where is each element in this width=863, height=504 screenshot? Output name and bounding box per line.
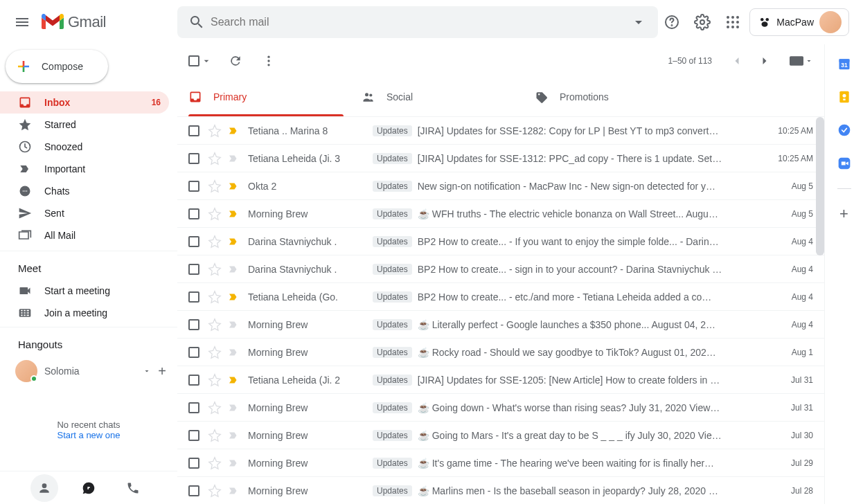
start-meeting-button[interactable]: Start a meeting bbox=[0, 280, 177, 302]
next-page-button[interactable] bbox=[754, 50, 776, 72]
email-checkbox[interactable] bbox=[188, 236, 199, 247]
email-row[interactable]: Morning Brew Updates ☕Rocky road - Shoul… bbox=[177, 339, 824, 366]
search-input[interactable] bbox=[211, 16, 625, 28]
important-button[interactable] bbox=[227, 429, 240, 442]
email-row[interactable]: Morning Brew Updates ☕WFH truths - The e… bbox=[177, 200, 824, 228]
important-button[interactable] bbox=[227, 291, 240, 303]
star-button[interactable] bbox=[208, 456, 222, 470]
important-button[interactable] bbox=[227, 318, 240, 331]
important-button[interactable] bbox=[227, 346, 240, 359]
star-button[interactable] bbox=[208, 401, 222, 415]
email-checkbox[interactable] bbox=[188, 458, 199, 469]
email-checkbox[interactable] bbox=[188, 402, 199, 413]
support-button[interactable] bbox=[658, 8, 686, 36]
select-all-checkbox[interactable] bbox=[188, 55, 199, 66]
email-row[interactable]: Morning Brew Updates ☕Literally perfect … bbox=[177, 311, 824, 339]
tasks-app-button[interactable] bbox=[836, 122, 853, 138]
select-all-control[interactable] bbox=[188, 55, 212, 66]
search-options-button[interactable] bbox=[625, 8, 652, 36]
sidebar-item-important[interactable]: Important bbox=[0, 158, 169, 180]
email-checkbox[interactable] bbox=[188, 208, 199, 219]
organization-badge[interactable]: MacPaw bbox=[749, 8, 849, 36]
add-app-button[interactable]: + bbox=[836, 206, 853, 222]
input-tools-button[interactable] bbox=[790, 56, 813, 66]
sidebar-item-chats[interactable]: Chats bbox=[0, 180, 169, 202]
calendar-app-button[interactable]: 31 bbox=[836, 55, 853, 72]
email-row[interactable]: Tetiana .. Marina 8 Updates [JIRA] Updat… bbox=[177, 117, 824, 145]
new-chat-button[interactable]: + bbox=[158, 363, 166, 379]
important-button[interactable] bbox=[227, 125, 240, 137]
star-button[interactable] bbox=[208, 318, 222, 332]
settings-button[interactable] bbox=[688, 8, 716, 36]
sidebar-item-inbox[interactable]: Inbox16 bbox=[0, 91, 169, 114]
search-button[interactable] bbox=[183, 8, 211, 36]
apps-button[interactable] bbox=[719, 8, 747, 36]
email-checkbox[interactable] bbox=[188, 291, 199, 303]
important-button[interactable] bbox=[227, 208, 240, 220]
star-button[interactable] bbox=[208, 124, 222, 138]
star-button[interactable] bbox=[208, 262, 222, 276]
hangouts-chat-button[interactable] bbox=[75, 474, 103, 502]
star-button[interactable] bbox=[208, 152, 222, 165]
scrollbar[interactable] bbox=[816, 117, 824, 504]
tab-social[interactable]: Social bbox=[350, 78, 524, 116]
email-row[interactable]: Morning Brew Updates ☕It's game time - T… bbox=[177, 449, 824, 477]
join-meeting-button[interactable]: Join a meeting bbox=[0, 302, 177, 324]
sidebar-item-all-mail[interactable]: All Mail bbox=[0, 224, 169, 246]
email-checkbox[interactable] bbox=[188, 347, 199, 358]
email-row[interactable]: Tetiana Leheida (Go. Updates BP2 How to … bbox=[177, 283, 824, 311]
important-button[interactable] bbox=[227, 263, 240, 276]
email-row[interactable]: Morning Brew Updates ☕Going down - What'… bbox=[177, 394, 824, 422]
refresh-button[interactable] bbox=[226, 51, 245, 71]
sidebar-item-starred[interactable]: Starred bbox=[0, 114, 169, 136]
star-button[interactable] bbox=[208, 373, 222, 387]
email-row[interactable]: Tetiana Leheida (Ji. 3 Updates [JIRA] Up… bbox=[177, 145, 824, 172]
star-button[interactable] bbox=[208, 290, 222, 304]
email-row[interactable]: Darina Stavniychuk . Updates BP2 How to … bbox=[177, 228, 824, 255]
star-button[interactable] bbox=[208, 235, 222, 249]
email-row[interactable]: Morning Brew Updates ☕Going to Mars - It… bbox=[177, 422, 824, 449]
email-row[interactable]: Okta 2 Updates New sign-on notification … bbox=[177, 172, 824, 200]
chevron-down-icon[interactable] bbox=[201, 55, 212, 66]
user-avatar[interactable] bbox=[819, 11, 842, 33]
keep-app-button[interactable] bbox=[836, 89, 853, 105]
scrollbar-thumb[interactable] bbox=[816, 117, 824, 255]
email-row[interactable]: Morning Brew Updates ☕Marlins men - Is t… bbox=[177, 477, 824, 504]
main-menu-button[interactable] bbox=[6, 6, 39, 39]
star-button[interactable] bbox=[208, 345, 222, 359]
important-button[interactable] bbox=[227, 235, 240, 248]
hangouts-phone-button[interactable] bbox=[119, 474, 147, 502]
sidebar-item-sent[interactable]: Sent bbox=[0, 202, 169, 224]
important-button[interactable] bbox=[227, 180, 240, 192]
email-checkbox[interactable] bbox=[188, 181, 199, 192]
star-button[interactable] bbox=[208, 179, 222, 193]
email-row[interactable]: Darina Stavniychuk . Updates BP2 How to … bbox=[177, 255, 824, 283]
important-button[interactable] bbox=[227, 457, 240, 469]
star-button[interactable] bbox=[208, 429, 222, 442]
important-button[interactable] bbox=[227, 152, 240, 165]
star-button[interactable] bbox=[208, 207, 222, 221]
important-button[interactable] bbox=[227, 402, 240, 414]
email-row[interactable]: Tetiana Leheida (Ji. 2 Updates [JIRA] Up… bbox=[177, 366, 824, 394]
compose-button[interactable]: Compose bbox=[6, 50, 108, 83]
start-new-chat-link[interactable]: Start a new one bbox=[0, 430, 177, 440]
tab-promotions[interactable]: Promotions bbox=[524, 78, 697, 116]
email-checkbox[interactable] bbox=[188, 264, 199, 275]
star-button[interactable] bbox=[208, 484, 222, 498]
important-button[interactable] bbox=[227, 374, 240, 386]
prev-page-button[interactable] bbox=[726, 50, 748, 72]
email-checkbox[interactable] bbox=[188, 485, 199, 496]
gmail-logo[interactable]: Gmail bbox=[42, 13, 106, 31]
important-button[interactable] bbox=[227, 485, 240, 497]
email-checkbox[interactable] bbox=[188, 430, 199, 441]
more-button[interactable] bbox=[259, 51, 278, 71]
hangouts-user-row[interactable]: Solomia + bbox=[0, 356, 177, 386]
sidebar-item-snoozed[interactable]: Snoozed bbox=[0, 136, 169, 158]
email-checkbox[interactable] bbox=[188, 153, 199, 164]
hangouts-contacts-button[interactable] bbox=[30, 474, 58, 502]
email-checkbox[interactable] bbox=[188, 125, 199, 136]
contacts-app-button[interactable] bbox=[836, 155, 853, 172]
email-checkbox[interactable] bbox=[188, 319, 199, 330]
tab-primary[interactable]: Primary bbox=[177, 78, 350, 116]
email-checkbox[interactable] bbox=[188, 375, 199, 386]
